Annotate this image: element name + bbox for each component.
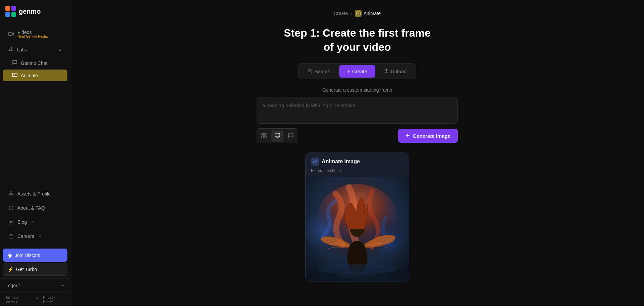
turbo-icon: ⚡ <box>8 267 13 272</box>
svg-rect-10 <box>9 235 13 238</box>
sidebar-nav: Videos New! Genmo Replay Labs ▲ <box>0 23 70 246</box>
svg-rect-1 <box>11 6 16 11</box>
logout-button[interactable]: Logout → <box>0 278 70 292</box>
labs-icon <box>8 46 13 53</box>
labs-chevron-icon: ▲ <box>58 47 62 52</box>
blog-icon <box>8 219 14 225</box>
svg-rect-0 <box>5 6 10 11</box>
animate-breadcrumb-icon <box>355 10 362 17</box>
discord-icon: ◉ <box>7 252 12 258</box>
privacy-policy-link[interactable]: Privacy Policy <box>43 295 65 303</box>
svg-rect-9 <box>9 220 13 224</box>
generate-label: Generate a custom starting frame <box>322 87 392 93</box>
svg-rect-4 <box>9 32 12 36</box>
style-btn-3[interactable] <box>285 130 297 142</box>
sidebar-item-assets-profile[interactable]: Assets & Profile <box>3 187 67 200</box>
person-icon <box>8 191 14 197</box>
breadcrumb-current-label: Animate <box>364 11 381 16</box>
animate-card-illustration <box>306 177 409 281</box>
footer-divider: ▲ <box>35 295 39 303</box>
terms-of-service-link[interactable]: Terms of Service <box>5 295 31 303</box>
svg-point-8 <box>11 207 11 207</box>
animate-card-image <box>306 177 409 281</box>
breadcrumb: Create › Animate <box>334 10 381 17</box>
generate-image-button[interactable]: ✦ Generate Image <box>398 129 458 143</box>
sidebar-bottom: ◉ Join Discord ⚡ Get Turbo <box>0 246 70 278</box>
svg-rect-13 <box>262 133 264 135</box>
animate-card-subtitle: For subtle effects <box>306 168 409 177</box>
logout-icon: → <box>60 283 65 288</box>
svg-point-6 <box>10 192 12 194</box>
sidebar-item-videos[interactable]: Videos New! Genmo Replay <box>3 26 67 42</box>
sidebar: genmo Videos New! Genmo Replay <box>0 0 70 306</box>
genmo-logo-icon <box>5 6 16 17</box>
sidebar-item-about-faq[interactable]: About & FAQ <box>3 202 67 214</box>
controls-row: ✦ Generate Image <box>257 128 458 143</box>
svg-rect-17 <box>275 133 280 137</box>
sidebar-item-animate[interactable]: Animate <box>3 70 67 81</box>
animate-icon <box>12 72 17 79</box>
animate-card-icon: GIF <box>311 158 319 166</box>
breadcrumb-separator: › <box>351 11 352 16</box>
upload-tab-icon <box>384 69 389 74</box>
sidebar-item-careers[interactable]: Careers ↗ <box>3 230 67 243</box>
page-title: Step 1: Create the first frame of your v… <box>284 26 430 54</box>
logo[interactable]: genmo <box>0 0 70 23</box>
breadcrumb-parent[interactable]: Create <box>334 11 348 16</box>
sidebar-item-blog[interactable]: Blog ↗ <box>3 216 67 228</box>
create-tab-icon: + <box>347 69 350 74</box>
animate-card-header: GIF Animate image <box>306 153 409 168</box>
generate-icon: ✦ <box>406 133 410 139</box>
prompt-input[interactable] <box>257 97 458 124</box>
join-discord-button[interactable]: ◉ Join Discord <box>3 249 67 262</box>
tabs-container: Search + Create Upload <box>298 63 417 79</box>
external-link-icon-careers: ↗ <box>38 234 41 238</box>
svg-point-27 <box>317 264 397 274</box>
svg-point-12 <box>309 69 311 72</box>
logo-text: genmo <box>19 8 41 15</box>
svg-rect-14 <box>264 133 266 135</box>
chat-icon <box>12 60 17 66</box>
breadcrumb-current: Animate <box>355 10 381 17</box>
svg-rect-16 <box>264 136 266 138</box>
external-link-icon: ↗ <box>31 220 34 224</box>
svg-rect-2 <box>5 12 10 17</box>
info-icon <box>8 205 14 211</box>
sidebar-footer: Terms of Service ▲ Privacy Policy <box>0 292 70 306</box>
svg-rect-15 <box>262 136 264 138</box>
svg-rect-18 <box>288 133 293 138</box>
tab-upload[interactable]: Upload <box>376 65 415 78</box>
briefcase-icon <box>8 233 14 239</box>
sidebar-item-genmo-chat[interactable]: Genmo Chat <box>3 57 67 69</box>
tab-create[interactable]: + Create <box>339 65 375 78</box>
get-turbo-button[interactable]: ⚡ Get Turbo <box>3 263 67 276</box>
animate-card-title: Animate image <box>322 159 360 165</box>
video-icon <box>8 31 14 37</box>
style-btn-2[interactable] <box>271 130 283 142</box>
style-btn-1[interactable] <box>258 130 270 142</box>
animate-card: GIF Animate image For subtle effects <box>305 152 409 281</box>
tab-search[interactable]: Search <box>300 65 339 78</box>
search-tab-icon <box>308 69 313 74</box>
svg-rect-3 <box>11 12 16 17</box>
sidebar-section-labs[interactable]: Labs ▲ <box>3 43 67 56</box>
style-buttons <box>257 128 298 143</box>
main-content: Create › Animate Step 1: Create the firs… <box>70 0 644 306</box>
